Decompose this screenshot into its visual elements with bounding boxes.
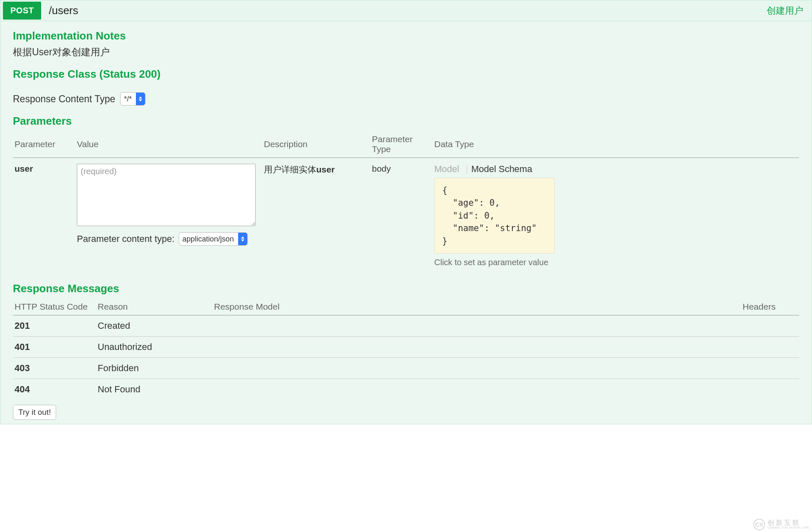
response-status-code: 401 (13, 337, 96, 358)
response-headers (741, 379, 799, 400)
parameter-value-cell: Parameter content type: application/json (75, 158, 262, 273)
operation-header[interactable]: POST /users 创建用户 (0, 0, 812, 21)
parameter-type: body (370, 158, 433, 273)
response-messages-col-reason: Reason (96, 298, 212, 315)
response-reason: Created (96, 315, 212, 337)
response-messages-table: HTTP Status Code Reason Response Model H… (13, 298, 799, 400)
operation-path: /users (49, 4, 78, 17)
parameters-col-data-type: Data Type (433, 131, 799, 158)
implementation-notes-heading: Implementation Notes (13, 30, 799, 42)
parameter-content-type-value: application/json (179, 233, 238, 245)
parameters-col-value: Value (75, 131, 262, 158)
response-model (212, 379, 741, 400)
operation-panel: POST /users 创建用户 Implementation Notes 根据… (0, 0, 812, 424)
try-it-out-button[interactable]: Try it out! (13, 405, 56, 420)
response-class-heading: Response Class (Status 200) (13, 68, 799, 81)
parameters-col-description: Description (262, 131, 370, 158)
parameter-row: user Parameter content type: application… (13, 158, 799, 273)
parameter-data-type-cell: Model Model Schema { "age": 0, "id": 0, … (433, 158, 799, 273)
parameter-content-type-select[interactable]: application/json (179, 232, 248, 246)
watermark-logo-icon: CX (753, 519, 765, 530)
parameter-content-type-label: Parameter content type: (77, 234, 175, 244)
data-type-tabs: Model Model Schema (434, 164, 797, 175)
response-model (212, 315, 741, 337)
parameter-description: 用户详细实体user (262, 158, 370, 273)
implementation-notes-text: 根据User对象创建用户 (13, 46, 799, 59)
tab-model-schema[interactable]: Model Schema (471, 164, 536, 175)
parameter-name: user (13, 158, 75, 273)
response-messages-col-model: Response Model (212, 298, 741, 315)
operation-summary[interactable]: 创建用户 (767, 5, 809, 17)
response-content-type-select[interactable]: */* (120, 92, 145, 106)
response-message-row: 404 Not Found (13, 379, 799, 400)
model-schema-hint: Click to set as parameter value (434, 258, 797, 267)
parameters-col-parameter: Parameter (13, 131, 75, 158)
select-stepper-icon (136, 93, 145, 105)
response-reason: Unauthorized (96, 337, 212, 358)
watermark-text: 创新互联 CHANG XIN INTER-LINK (768, 520, 810, 530)
response-reason: Not Found (96, 379, 212, 400)
response-content-type-value: */* (121, 93, 136, 105)
response-messages-col-code: HTTP Status Code (13, 298, 96, 315)
response-model (212, 337, 741, 358)
watermark: CX 创新互联 CHANG XIN INTER-LINK (753, 519, 810, 530)
http-method-badge: POST (3, 2, 41, 20)
response-status-code: 403 (13, 358, 96, 379)
response-message-row: 401 Unauthorized (13, 337, 799, 358)
parameters-table: Parameter Value Description Parameter Ty… (13, 131, 799, 273)
response-content-type-label: Response Content Type (13, 94, 115, 105)
response-message-row: 403 Forbidden (13, 358, 799, 379)
response-message-row: 201 Created (13, 315, 799, 337)
tab-separator (467, 165, 467, 174)
parameter-body-textarea[interactable] (77, 164, 256, 226)
response-content-type-row: Response Content Type */* (13, 92, 799, 106)
response-status-code: 404 (13, 379, 96, 400)
parameters-heading: Parameters (13, 115, 799, 128)
select-stepper-icon (238, 233, 247, 245)
model-schema-box[interactable]: { "age": 0, "id": 0, "name": "string" } (434, 178, 555, 254)
response-headers (741, 315, 799, 337)
tab-model[interactable]: Model (434, 164, 463, 175)
operation-body: Implementation Notes 根据User对象创建用户 Respon… (0, 21, 812, 424)
response-headers (741, 337, 799, 358)
response-model (212, 358, 741, 379)
response-status-code: 201 (13, 315, 96, 337)
response-headers (741, 358, 799, 379)
response-reason: Forbidden (96, 358, 212, 379)
response-messages-heading: Response Messages (13, 282, 799, 295)
response-messages-col-headers: Headers (741, 298, 799, 315)
parameters-col-parameter-type: Parameter Type (370, 131, 433, 158)
